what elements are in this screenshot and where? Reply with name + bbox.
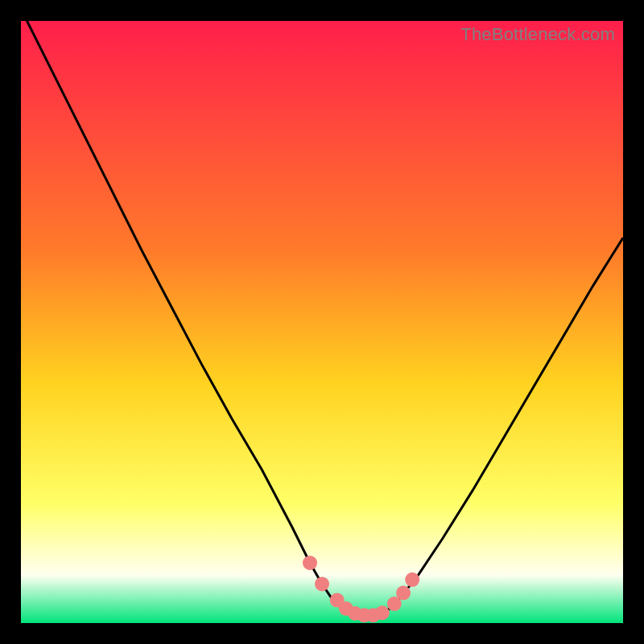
chart-svg (21, 21, 623, 623)
marker-dot (405, 572, 419, 587)
plot-area: TheBottleneck.com (21, 21, 623, 623)
watermark-text: TheBottleneck.com (460, 24, 615, 45)
marker-dot (315, 576, 329, 591)
outer-frame: TheBottleneck.com (0, 0, 644, 644)
marker-dot (375, 605, 390, 620)
gradient-background (21, 21, 623, 623)
marker-dot (396, 586, 411, 601)
marker-dot (303, 555, 317, 570)
